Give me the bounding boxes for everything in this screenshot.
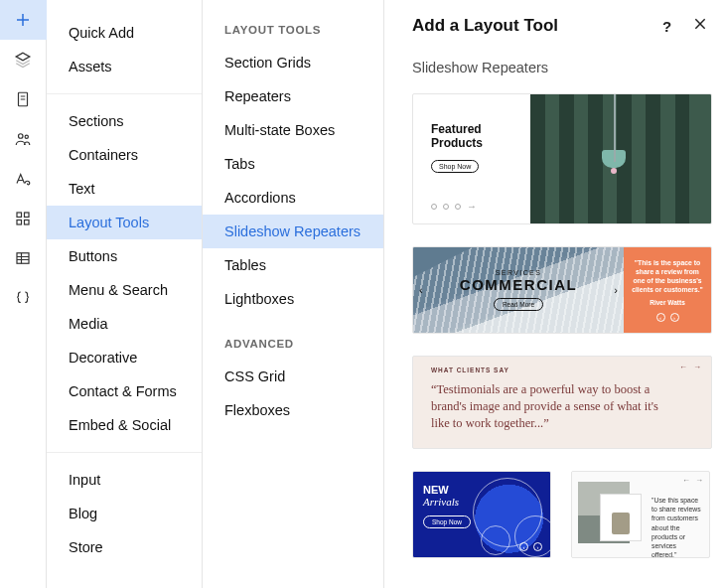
divider (47, 452, 202, 453)
svg-rect-6 (25, 220, 30, 225)
svg-rect-4 (25, 213, 30, 218)
table-icon[interactable] (0, 238, 47, 278)
quote-text: "This is the space to share a review fro… (632, 258, 703, 295)
add-panel: Add a Layout Tool ? Slideshow Repeaters … (384, 0, 724, 588)
close-icon[interactable] (692, 16, 708, 36)
nav-icons: ‹› (632, 313, 703, 322)
panel-actions: ? (662, 16, 708, 36)
cat-item[interactable]: Store (47, 530, 202, 564)
cat-item[interactable]: Quick Add (47, 16, 202, 50)
cat-item[interactable]: Containers (47, 138, 202, 172)
preset-featured-products[interactable]: FeaturedProducts Shop Now → (412, 93, 712, 224)
subcat-item[interactable]: Section Grids (203, 46, 383, 79)
pager-dots: → (431, 201, 518, 212)
layers-icon[interactable] (0, 40, 47, 79)
nav-icons: ‹› (519, 542, 542, 551)
cat-item[interactable]: Menu & Search (47, 273, 202, 307)
icon-rail (0, 0, 47, 588)
cat-item[interactable]: Media (47, 307, 202, 341)
nav-icons: ←→ (679, 363, 701, 371)
kicker: SERVICES (460, 269, 577, 276)
panel-header: Add a Layout Tool ? (384, 12, 724, 50)
panel-section-label: Slideshow Repeaters (412, 60, 710, 75)
preset-new-arrivals[interactable]: NEWArrivals Shop Now ‹› (412, 471, 551, 558)
preset-image (530, 94, 711, 223)
preset-image: ‹ SERVICES COMMERCIAL Read More › (413, 247, 624, 333)
read-more-button: Read More (494, 298, 543, 311)
chevron-left-icon: ‹ (419, 284, 423, 296)
svg-rect-3 (17, 213, 22, 218)
svg-rect-5 (17, 220, 22, 225)
people-icon[interactable] (0, 119, 47, 159)
preset-image (572, 472, 648, 557)
cat-item[interactable]: Embed & Social (47, 408, 202, 442)
divider (47, 93, 202, 94)
subcat-item[interactable]: Tabs (203, 147, 383, 181)
quote-author: River Watts (632, 299, 703, 308)
subcat-item[interactable]: Lightboxes (203, 282, 383, 316)
cat-item-layout-tools[interactable]: Layout Tools (47, 206, 202, 239)
panel-body: Slideshow Repeaters FeaturedProducts Sho… (384, 50, 724, 588)
testimonial-card: "This is the space to share a review fro… (624, 247, 711, 333)
category-column: Quick Add Assets Sections Containers Tex… (47, 0, 203, 588)
shop-now-button: Shop Now (423, 515, 471, 528)
svg-point-1 (19, 134, 24, 139)
cat-item[interactable]: Blog (47, 497, 202, 530)
headline: COMMERCIAL (460, 276, 577, 293)
preset-commercial[interactable]: ‹ SERVICES COMMERCIAL Read More › "This … (412, 246, 712, 334)
panel-title: Add a Layout Tool (412, 16, 662, 36)
cat-item[interactable]: Contact & Forms (47, 374, 202, 408)
page-icon[interactable] (0, 79, 47, 119)
subcat-item-slideshow-repeaters[interactable]: Slideshow Repeaters (203, 215, 383, 248)
kicker: WHAT CLIENTS SAY (431, 367, 693, 373)
chevron-right-icon: › (614, 284, 618, 296)
plus-icon[interactable] (0, 0, 47, 40)
quote-text: “Testimonials are a powerful way to boos… (431, 381, 679, 432)
preset-testimonials[interactable]: WHAT CLIENTS SAY “Testimonials are a pow… (412, 356, 712, 449)
cat-item[interactable]: Text (47, 172, 202, 206)
subcategory-column: LAYOUT TOOLS Section Grids Repeaters Mul… (203, 0, 384, 588)
subcat-item[interactable]: CSS Grid (203, 360, 383, 393)
svg-rect-7 (17, 253, 29, 264)
cat-item[interactable]: Decorative (47, 341, 202, 374)
subcat-item[interactable]: Repeaters (203, 79, 383, 113)
subcat-heading: ADVANCED (203, 330, 383, 360)
cat-item[interactable]: Buttons (47, 239, 202, 273)
subcat-item[interactable]: Accordions (203, 181, 383, 215)
apps-grid-icon[interactable] (0, 199, 47, 238)
subcat-item[interactable]: Tables (203, 248, 383, 282)
nav-icons: ←→ (682, 476, 703, 485)
braces-icon[interactable] (0, 278, 47, 318)
font-icon[interactable] (0, 159, 47, 199)
svg-point-2 (25, 135, 28, 138)
shop-now-button: Shop Now (431, 160, 479, 173)
preset-reviews[interactable]: ←→ "Use this space to share reviews from… (571, 471, 710, 558)
cat-item[interactable]: Assets (47, 50, 202, 83)
cat-item[interactable]: Input (47, 463, 202, 497)
help-icon[interactable]: ? (662, 18, 678, 34)
subcat-item[interactable]: Flexboxes (203, 393, 383, 427)
cat-item[interactable]: Sections (47, 104, 202, 138)
preset-row: NEWArrivals Shop Now ‹› ←→ "Use this spa… (412, 471, 710, 558)
subcat-heading: LAYOUT TOOLS (203, 16, 383, 46)
subcat-item[interactable]: Multi-state Boxes (203, 113, 383, 147)
preset-title: FeaturedProducts (431, 122, 518, 151)
